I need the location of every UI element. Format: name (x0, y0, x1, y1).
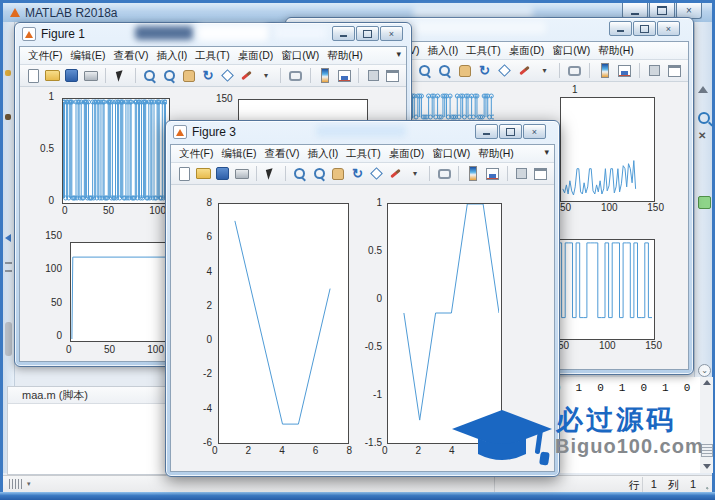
maximize-button[interactable] (356, 26, 379, 41)
pan-icon[interactable] (330, 165, 346, 182)
dock-max-icon[interactable] (666, 62, 683, 79)
menu-item[interactable]: 桌面(D) (509, 44, 545, 58)
toolbar-separator (310, 68, 311, 83)
titlebar-blur-blob (198, 25, 268, 41)
left-scrollbar-thumb[interactable] (5, 322, 12, 356)
data-cursor-icon[interactable] (369, 165, 385, 182)
dock-min-icon[interactable] (646, 62, 663, 79)
menu-pin-icon[interactable]: ▾ (396, 49, 401, 59)
workspace-icon[interactable] (5, 114, 11, 120)
menu-item[interactable]: 文件(F) (179, 147, 213, 161)
print-icon[interactable] (234, 165, 250, 182)
menu-item[interactable]: 查看(V) (113, 49, 148, 63)
col-label: 列 (668, 478, 679, 493)
menu-item[interactable]: 窗口(W) (432, 147, 470, 161)
menu-item[interactable]: 编辑(E) (70, 49, 105, 63)
zoom-in-icon[interactable] (292, 165, 308, 182)
save-icon[interactable] (64, 67, 80, 84)
menu-item[interactable]: 窗口(W) (552, 44, 590, 58)
menu-item[interactable]: 查看(V) (264, 147, 299, 161)
menu-item[interactable]: 插入(I) (427, 44, 458, 58)
dock-min-icon[interactable] (365, 67, 381, 84)
scroll-chevron-icon[interactable]: ⌄ (698, 364, 711, 377)
pointer-icon[interactable] (112, 67, 128, 84)
save-icon[interactable] (214, 165, 230, 182)
legend-icon[interactable] (616, 62, 633, 79)
menu-item[interactable]: 插入(I) (156, 49, 187, 63)
statusbar-grip-icon[interactable] (9, 479, 23, 489)
brush-icon[interactable] (516, 62, 533, 79)
menu-item[interactable]: 工具(T) (346, 147, 380, 161)
link-plot-icon[interactable] (566, 62, 583, 79)
menu-item[interactable]: 编辑(E) (221, 147, 256, 161)
print-icon[interactable] (83, 67, 99, 84)
rotate-3d-icon[interactable] (200, 67, 216, 84)
menu-item[interactable]: 工具(T) (195, 49, 229, 63)
legend-icon[interactable] (484, 165, 500, 182)
minimize-icon (631, 13, 639, 15)
zoom-out-icon[interactable] (311, 165, 327, 182)
close-button[interactable]: × (380, 26, 403, 41)
brush-icon[interactable] (388, 165, 404, 182)
command-output-value: 0 (640, 382, 647, 394)
rotate-3d-icon[interactable] (349, 165, 365, 182)
new-file-icon[interactable] (25, 67, 41, 84)
close-panel-icon[interactable]: ✕ (698, 130, 706, 141)
maximize-button[interactable] (633, 21, 656, 36)
colorbar-icon[interactable] (596, 62, 613, 79)
pointer-icon[interactable] (263, 165, 279, 182)
menu-item[interactable]: 桌面(D) (389, 147, 425, 161)
dock-max-icon[interactable] (533, 165, 549, 182)
minimize-button[interactable] (609, 21, 632, 36)
maximize-button[interactable] (499, 124, 522, 139)
colorbar-icon[interactable] (317, 67, 333, 84)
maximize-icon (363, 30, 372, 38)
brush-icon[interactable] (239, 67, 255, 84)
dock-min-icon[interactable] (514, 165, 530, 182)
collapse-arrow-icon[interactable] (5, 234, 11, 242)
dock-max-icon[interactable] (385, 67, 401, 84)
zoom-in-icon[interactable] (142, 67, 158, 84)
watermark: 必过源码 Biguo100.com (450, 402, 705, 474)
dropdown-icon[interactable] (407, 165, 423, 182)
resize-grip[interactable] (701, 482, 710, 491)
zoom-in-icon[interactable] (416, 62, 433, 79)
link-plot-icon[interactable] (436, 165, 452, 182)
zoom-out-icon[interactable] (436, 62, 453, 79)
titlebar-blur-blob (316, 125, 406, 137)
data-cursor-icon[interactable] (496, 62, 513, 79)
figure3-toolbar (171, 163, 554, 185)
close-button[interactable]: × (657, 21, 680, 36)
menu-pin-icon[interactable]: ▾ (544, 147, 549, 157)
scrollbar-up-icon[interactable] (703, 380, 711, 385)
open-icon[interactable] (44, 67, 60, 84)
statusbar-grip-arrow-icon[interactable]: ▾ (27, 480, 31, 488)
search-icon[interactable] (698, 112, 710, 124)
open-icon[interactable] (195, 165, 211, 182)
menu-item[interactable]: 桌面(D) (238, 49, 274, 63)
menu-item[interactable]: 工具(T) (466, 44, 500, 58)
pan-icon[interactable] (180, 67, 196, 84)
menu-item[interactable]: 插入(I) (307, 147, 338, 161)
dropdown-icon[interactable] (536, 62, 553, 79)
minimize-button[interactable] (475, 124, 498, 139)
menu-item[interactable]: 窗口(W) (281, 49, 319, 63)
dropdown-icon[interactable] (258, 67, 274, 84)
legend-icon[interactable] (336, 67, 352, 84)
menu-item[interactable]: 文件(F) (28, 49, 62, 63)
menu-item[interactable]: 帮助(H) (478, 147, 514, 161)
close-button[interactable]: × (523, 124, 546, 139)
list-icon[interactable] (5, 262, 12, 272)
scroll-up-icon[interactable] (698, 86, 708, 93)
zoom-out-icon[interactable] (161, 67, 177, 84)
colorbar-icon[interactable] (465, 165, 481, 182)
menu-item[interactable]: 帮助(H) (598, 44, 634, 58)
link-plot-icon[interactable] (287, 67, 303, 84)
data-cursor-icon[interactable] (219, 67, 235, 84)
folder-icon[interactable] (5, 70, 11, 76)
new-file-icon[interactable] (176, 165, 192, 182)
rotate-3d-icon[interactable] (476, 62, 493, 79)
minimize-button[interactable] (332, 26, 355, 41)
menu-item[interactable]: 帮助(H) (327, 49, 363, 63)
pan-icon[interactable] (456, 62, 473, 79)
